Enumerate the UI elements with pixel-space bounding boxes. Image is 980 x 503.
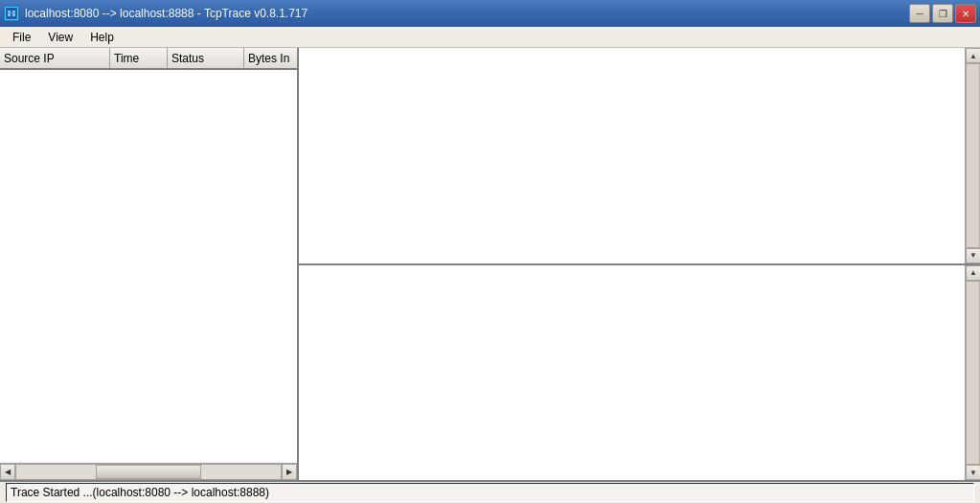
scroll-down-button-top[interactable]: ▼ xyxy=(966,248,980,263)
title-bar: localhost:8080 --> localhost:8888 - TcpT… xyxy=(0,0,980,27)
scroll-down-button-bottom[interactable]: ▼ xyxy=(966,465,980,480)
restore-button[interactable]: ❐ xyxy=(932,4,953,23)
col-header-bytes-in[interactable]: Bytes In xyxy=(244,48,297,68)
right-panel: ▲ ▼ ▲ ▼ xyxy=(299,48,980,480)
left-panel: Source IP Time Status Bytes In ◀ ▶ xyxy=(0,48,299,480)
scroll-left-button[interactable]: ◀ xyxy=(0,464,15,480)
title-bar-left: localhost:8080 --> localhost:8888 - TcpT… xyxy=(4,6,308,21)
menu-file[interactable]: File xyxy=(4,28,39,47)
close-button[interactable]: ✕ xyxy=(955,4,976,23)
menu-bar: File View Help xyxy=(0,27,980,48)
table-scrollbar-x[interactable]: ◀ ▶ xyxy=(0,463,297,480)
scroll-right-button[interactable]: ▶ xyxy=(282,464,297,480)
scroll-up-button-bottom[interactable]: ▲ xyxy=(966,265,980,281)
col-header-source-ip[interactable]: Source IP xyxy=(0,48,110,68)
scroll-track-y-top[interactable] xyxy=(966,63,980,248)
col-header-time[interactable]: Time xyxy=(110,48,168,68)
menu-view[interactable]: View xyxy=(39,28,81,47)
minimize-button[interactable]: ─ xyxy=(909,4,930,23)
right-bottom-scrollbar-y[interactable]: ▲ ▼ xyxy=(965,265,980,481)
table-body[interactable] xyxy=(0,70,297,463)
status-bar: Trace Started ...(localhost:8080 --> loc… xyxy=(0,480,980,503)
scroll-thumb-x[interactable] xyxy=(96,465,201,479)
right-top-pane: ▲ ▼ xyxy=(299,48,980,265)
menu-help[interactable]: Help xyxy=(81,28,123,47)
window-title: localhost:8080 --> localhost:8888 - TcpT… xyxy=(25,7,308,20)
scroll-track-y-bottom[interactable] xyxy=(966,281,980,466)
right-bottom-pane: ▲ ▼ xyxy=(299,265,980,481)
title-bar-buttons: ─ ❐ ✕ xyxy=(909,4,976,23)
app-icon xyxy=(4,6,19,21)
col-header-status[interactable]: Status xyxy=(168,48,244,68)
status-text: Trace Started ...(localhost:8080 --> loc… xyxy=(6,483,974,502)
scroll-up-button-top[interactable]: ▲ xyxy=(966,48,980,63)
table-header: Source IP Time Status Bytes In xyxy=(0,48,297,70)
scroll-track-x[interactable] xyxy=(15,464,282,480)
main-container: Source IP Time Status Bytes In ◀ ▶ ▲ ▼ xyxy=(0,48,980,480)
right-top-scrollbar-y[interactable]: ▲ ▼ xyxy=(965,48,980,263)
svg-rect-3 xyxy=(8,12,15,13)
